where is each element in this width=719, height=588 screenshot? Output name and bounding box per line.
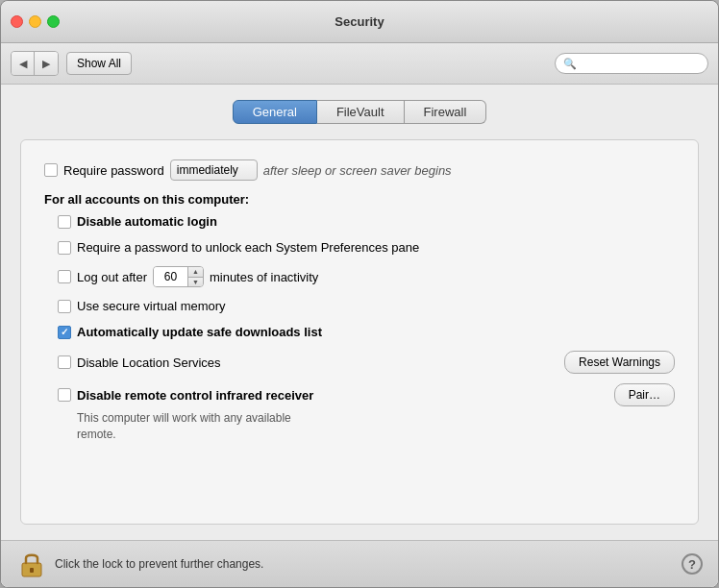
sub-items: Disable automatic login Require a passwo… (44, 214, 675, 443)
location-services-row: Disable Location Services Reset Warnings (58, 351, 675, 374)
main-content: General FileVault Firewall Require passw… (1, 85, 718, 540)
disable-login-checkbox[interactable] (58, 215, 71, 229)
immediately-dropdown[interactable]: immediately 5 seconds 1 minute 5 minutes… (170, 159, 258, 181)
tab-firewall[interactable]: Firewall (405, 100, 487, 124)
require-password-unlock-checkbox[interactable] (58, 241, 71, 255)
reset-warnings-button[interactable]: Reset Warnings (564, 351, 675, 374)
toolbar: ◀ ▶ Show All 🔍 (1, 43, 718, 85)
svg-rect-1 (30, 568, 34, 573)
lock-text: Click the lock to prevent further change… (55, 557, 263, 571)
minutes-inactivity-label: minutes of inactivity (210, 270, 318, 284)
location-label: Disable Location Services (77, 355, 221, 370)
close-button[interactable] (11, 15, 23, 28)
lock-icon[interactable] (16, 549, 47, 579)
require-password-row: Require password immediately 5 seconds 1… (44, 159, 675, 181)
secure-memory-row: Use secure virtual memory (58, 299, 675, 313)
safe-downloads-label: Automatically update safe downloads list (77, 325, 322, 339)
secure-memory-label: Use secure virtual memory (77, 299, 226, 313)
main-window: Security ◀ ▶ Show All 🔍 General FileVaul… (0, 0, 719, 588)
stepper-down[interactable]: ▼ (188, 278, 203, 287)
disable-login-label: Disable automatic login (77, 214, 217, 229)
help-button[interactable]: ? (682, 553, 703, 575)
require-password-unlock-row: Require a password to unlock each System… (58, 240, 675, 255)
immediately-dropdown-wrapper: immediately 5 seconds 1 minute 5 minutes… (170, 159, 258, 181)
nav-buttons: ◀ ▶ (11, 51, 59, 76)
general-panel: Require password immediately 5 seconds 1… (20, 139, 699, 525)
infrared-label: Disable remote control infrared receiver (77, 388, 313, 403)
require-password-checkbox[interactable] (44, 163, 58, 177)
back-button[interactable]: ◀ (12, 52, 35, 75)
pair-button[interactable]: Pair… (614, 383, 675, 406)
safe-downloads-checkbox[interactable] (58, 326, 71, 339)
tabs: General FileVault Firewall (20, 100, 699, 124)
after-sleep-label: after sleep or screen saver begins (263, 163, 452, 178)
window-title: Security (335, 14, 384, 29)
accounts-section-label: For all accounts on this computer: (44, 192, 675, 207)
search-input[interactable] (580, 57, 700, 70)
logout-row: Log out after ▲ ▼ minutes of inactivity (58, 266, 675, 287)
safe-downloads-row: Automatically update safe downloads list (58, 325, 675, 339)
search-icon: 🔍 (563, 58, 577, 70)
secure-memory-checkbox[interactable] (58, 300, 71, 313)
maximize-button[interactable] (47, 15, 60, 28)
traffic-lights (11, 15, 60, 28)
location-checkbox[interactable] (58, 355, 71, 369)
stepper-up[interactable]: ▲ (188, 267, 203, 278)
forward-button[interactable]: ▶ (35, 52, 58, 75)
require-password-unlock-label: Require a password to unlock each System… (77, 240, 419, 255)
search-box: 🔍 (555, 53, 708, 74)
infrared-row: Disable remote control infrared receiver… (58, 383, 675, 406)
logout-label: Log out after (77, 270, 147, 284)
stepper-buttons: ▲ ▼ (188, 267, 203, 286)
disable-login-row: Disable automatic login (58, 214, 675, 229)
require-password-label: Require password (63, 163, 164, 178)
infrared-left: Disable remote control infrared receiver (58, 388, 313, 403)
footer: Click the lock to prevent further change… (1, 540, 718, 587)
tab-general[interactable]: General (233, 100, 317, 124)
titlebar: Security (1, 1, 718, 43)
minimize-button[interactable] (29, 15, 41, 28)
minutes-input[interactable] (154, 267, 188, 286)
show-all-button[interactable]: Show All (66, 52, 132, 75)
minutes-stepper: ▲ ▼ (153, 266, 204, 287)
tab-filevault[interactable]: FileVault (317, 100, 405, 124)
infrared-description: This computer will work with any availab… (58, 410, 308, 443)
logout-checkbox[interactable] (58, 270, 71, 283)
location-left: Disable Location Services (58, 355, 221, 370)
infrared-checkbox[interactable] (58, 388, 71, 402)
